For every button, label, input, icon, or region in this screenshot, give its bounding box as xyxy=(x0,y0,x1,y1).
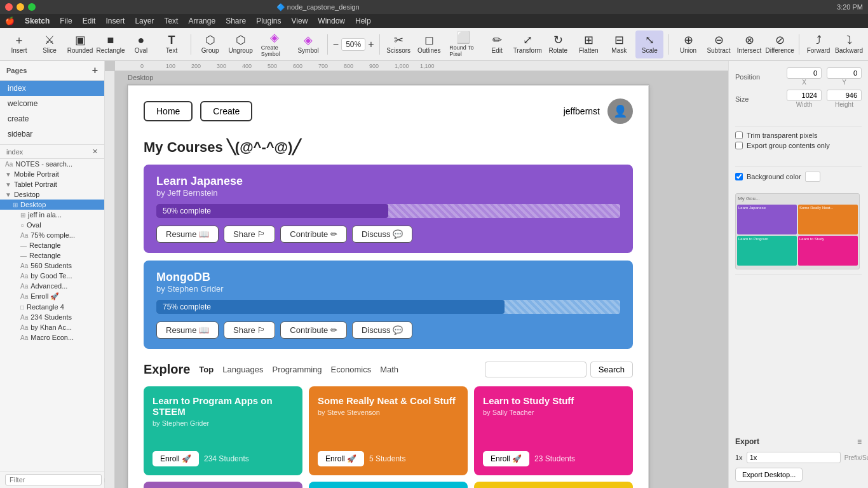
menu-arrange[interactable]: Arrange xyxy=(188,17,215,25)
toolbar-mask-btn[interactable]: ⊟ Mask xyxy=(605,30,633,58)
layer-desktop-group[interactable]: ▼ Desktop xyxy=(0,189,104,200)
layer-234[interactable]: Aa 234 Students xyxy=(0,312,104,322)
toolbar-ungroup-btn[interactable]: ⬡ Ungroup xyxy=(227,30,255,58)
menu-layer[interactable]: Layer xyxy=(135,17,154,25)
pos-y-input[interactable] xyxy=(827,67,862,79)
discuss-mongo-btn[interactable]: Discuss 💬 xyxy=(352,322,412,339)
toolbar-backward-btn[interactable]: ⤵ Backward xyxy=(835,30,863,58)
menu-text[interactable]: Text xyxy=(164,17,178,25)
menu-edit[interactable]: Edit xyxy=(83,17,96,25)
layer-rect4[interactable]: □ Rectangle 4 xyxy=(0,302,104,312)
filter-input[interactable] xyxy=(5,474,102,485)
export-settings-icon[interactable]: ≡ xyxy=(857,437,862,446)
resume-mongo-btn[interactable]: Resume 📖 xyxy=(156,322,219,339)
layer-rect2[interactable]: — Rectangle xyxy=(0,250,104,261)
toolbar-insert-btn[interactable]: ＋ Insert xyxy=(5,30,33,58)
resume-japanese-btn[interactable]: Resume 📖 xyxy=(156,226,219,243)
layer-goodte[interactable]: Aa by Good Te... xyxy=(0,271,104,281)
explore-search-input[interactable] xyxy=(485,362,587,377)
toolbar-edit-btn[interactable]: ✏ Edit xyxy=(483,30,511,58)
menu-share[interactable]: Share xyxy=(226,17,246,25)
explore-tab-math[interactable]: Math xyxy=(380,365,398,374)
toolbar-transform-btn[interactable]: ⤢ Transform xyxy=(513,30,541,58)
menu-insert[interactable]: Insert xyxy=(105,17,125,25)
contribute-japanese-btn[interactable]: Contribute ✏ xyxy=(280,226,347,243)
bg-color-checkbox[interactable] xyxy=(735,173,743,180)
toolbar-scale-btn[interactable]: ⤡ Scale xyxy=(635,30,663,58)
toolbar-forward-btn[interactable]: ⤴ Forward xyxy=(804,30,832,58)
menu-file[interactable]: File xyxy=(60,17,72,25)
home-nav-btn[interactable]: Home xyxy=(144,101,193,121)
toolbar-outlines-btn[interactable]: ◻ Outlines xyxy=(415,30,443,58)
toolbar-rectangle-btn[interactable]: ■ Rectangle xyxy=(97,30,125,58)
toolbar-text-btn[interactable]: T Text xyxy=(158,30,186,58)
minimize-btn[interactable] xyxy=(17,3,24,11)
share-mongo-btn[interactable]: Share 🏳 xyxy=(224,322,275,339)
toolbar-intersect-btn[interactable]: ⊗ Intersect xyxy=(735,30,763,58)
close-btn[interactable] xyxy=(5,3,13,11)
toolbar-createsymbol-btn[interactable]: ◈ Create Symbol xyxy=(257,30,292,58)
explore-tab-languages[interactable]: Languages xyxy=(222,365,263,374)
toolbar-difference-btn[interactable]: ⊘ Difference xyxy=(766,30,794,58)
explore-search-btn[interactable]: Search xyxy=(590,362,633,377)
apple-menu[interactable]: 🍎 xyxy=(5,17,15,25)
page-item-index[interactable]: index xyxy=(0,81,104,96)
enroll-card-0-btn[interactable]: Enroll 🚀 xyxy=(153,451,199,466)
layer-75pct[interactable]: Aa 75% comple... xyxy=(0,230,104,240)
zoom-minus-btn[interactable]: − xyxy=(333,39,339,50)
maximize-btn[interactable] xyxy=(28,3,36,11)
window-title: 🔷 node_capstone_design xyxy=(276,3,360,11)
layer-enroll[interactable]: Aa Enroll 🚀 xyxy=(0,291,104,302)
toolbar-rounded-btn[interactable]: ▣ Rounded xyxy=(66,30,94,58)
zoom-plus-btn[interactable]: + xyxy=(368,39,374,50)
enroll-card-2-btn[interactable]: Enroll 🚀 xyxy=(483,451,529,466)
add-page-btn[interactable]: + xyxy=(92,65,98,76)
layer-560[interactable]: Aa 560 Students xyxy=(0,261,104,271)
toolbar-scissors-btn[interactable]: ✂ Scissors xyxy=(384,30,412,58)
menu-sketch[interactable]: Sketch xyxy=(25,17,50,25)
create-nav-btn[interactable]: Create xyxy=(200,101,252,121)
toolbar-rotate-btn[interactable]: ↻ Rotate xyxy=(544,30,572,58)
toolbar-subtract-btn[interactable]: ⊖ Subtract xyxy=(705,30,733,58)
layer-tablet[interactable]: ▼ Tablet Portrait xyxy=(0,179,104,189)
menu-plugins[interactable]: Plugins xyxy=(256,17,281,25)
layer-mobile[interactable]: ▼ Mobile Portrait xyxy=(0,169,104,179)
toolbar-slice-btn[interactable]: ⚔ Slice xyxy=(36,30,64,58)
layer-macro[interactable]: Aa Macro Econ... xyxy=(0,332,104,342)
share-japanese-btn[interactable]: Share 🏳 xyxy=(224,226,275,243)
width-input[interactable] xyxy=(787,90,822,101)
discuss-japanese-btn[interactable]: Discuss 💬 xyxy=(352,226,412,243)
toolbar-union-btn[interactable]: ⊕ Union xyxy=(674,30,702,58)
height-input[interactable] xyxy=(827,90,862,101)
toolbar-group-btn[interactable]: ⬡ Group xyxy=(196,30,224,58)
layer-byKhan[interactable]: Aa by Khan Ac... xyxy=(0,322,104,332)
export-group-checkbox[interactable] xyxy=(735,142,743,149)
menu-help[interactable]: Help xyxy=(355,17,371,25)
export-desktop-btn[interactable]: Export Desktop... xyxy=(735,468,803,482)
layer-notes[interactable]: Aa NOTES - search... xyxy=(0,159,104,169)
explore-tab-economics[interactable]: Economics xyxy=(331,365,372,374)
menu-view[interactable]: View xyxy=(292,17,308,25)
contribute-mongo-btn[interactable]: Contribute ✏ xyxy=(280,322,347,339)
enroll-card-1-btn[interactable]: Enroll 🚀 xyxy=(318,451,364,466)
layer-oval[interactable]: ○ Oval xyxy=(0,220,104,230)
explore-tab-top[interactable]: Top xyxy=(199,365,214,374)
export-size-input[interactable] xyxy=(747,452,841,463)
layer-advanced[interactable]: Aa Advanced... xyxy=(0,281,104,291)
explore-tab-programming[interactable]: Programming xyxy=(273,365,322,374)
toolbar-roundpixel-btn[interactable]: ⬜ Round To Pixel xyxy=(445,30,480,58)
page-item-welcome[interactable]: welcome xyxy=(0,96,104,111)
layer-jeff[interactable]: ⊞ jeff in ala... xyxy=(0,210,104,220)
pos-x-input[interactable] xyxy=(787,67,822,79)
layer-rect1[interactable]: — Rectangle xyxy=(0,240,104,250)
toolbar-flatten-btn[interactable]: ⊞ Flatten xyxy=(574,30,602,58)
page-item-sidebar[interactable]: sidebar xyxy=(0,126,104,142)
trim-checkbox[interactable] xyxy=(735,132,743,139)
layer-desktop-active[interactable]: ⊞ Desktop xyxy=(0,200,104,210)
layers-toggle[interactable]: ✕ xyxy=(92,147,98,156)
page-item-create[interactable]: create xyxy=(0,111,104,126)
toolbar-oval-btn[interactable]: ● Oval xyxy=(127,30,155,58)
toolbar-symbol-btn[interactable]: ◈ Symbol xyxy=(294,30,322,58)
bg-color-preview[interactable] xyxy=(805,172,820,182)
menu-window[interactable]: Window xyxy=(318,17,345,25)
